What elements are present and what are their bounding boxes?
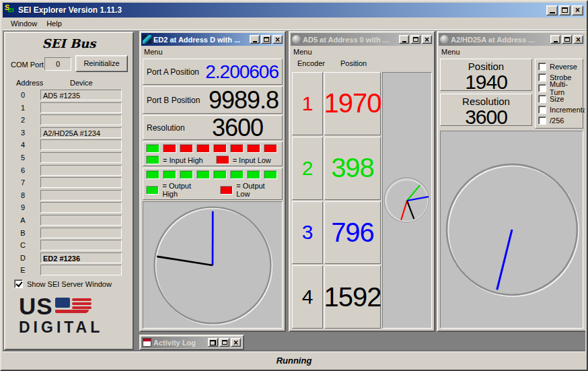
output-low-swatch [220,186,233,195]
activity-log-close-button[interactable]: × [231,338,241,347]
device-field [40,202,122,213]
device-row: 6 [5,165,133,176]
ad5-device-icon [292,35,301,44]
ad5-titlebar[interactable]: AD5 at Address 0 with ... × [291,33,433,46]
device-list: 0AD5 #1235 1 2 3A2/HD25A #1234 4 5 6 7 8… [5,90,133,275]
a2-close-button[interactable]: × [573,35,583,44]
reverse-checkbox[interactable] [538,63,546,71]
size-checkbox[interactable] [538,95,546,103]
maximize-icon [222,340,227,345]
close-icon: × [425,36,429,44]
resolution-value: 3600 [185,116,282,140]
ed2-window: ED2 at Address D with ... × Menu Port A … [139,31,286,332]
size-label: Size [550,95,564,103]
port-a-value: 2.200606 [199,63,282,81]
ed2-menu-item[interactable]: Menu [144,48,163,56]
ed2-titlebar[interactable]: ED2 at Address D with ... × [141,33,284,46]
device-field [40,190,122,201]
encoder-number: 3 [292,201,323,265]
ad5-close-button[interactable]: × [422,35,432,44]
sei-bus-heading: SEI Bus [5,36,133,50]
ed2-maximize-button[interactable] [261,35,271,44]
close-icon: × [576,36,581,44]
ad5-window: AD5 at Address 0 with ... × Menu Encoder… [289,31,435,332]
activity-log-icon [143,338,151,347]
device-row: E [5,265,133,275]
input-led [247,144,260,153]
main-menubar: Window Help [3,18,585,30]
encoder-number: 1 [292,72,323,135]
a2-maximize-button[interactable] [562,35,572,44]
output-led [146,170,159,179]
a2-position-dial [443,161,581,298]
position-header: Position [340,59,367,67]
input-low-swatch [216,156,229,164]
sei-explorer-window: SEI SEI Explorer Version 1.11.3 × Window… [0,0,588,371]
menu-window[interactable]: Window [7,18,41,29]
div256-checkbox[interactable] [538,116,546,125]
show-sei-server-checkbox[interactable] [14,279,23,288]
port-b-position-panel: Port B Position 9989.8 [143,86,283,114]
us-digital-logo: US DIGITAL [19,296,103,337]
a2-minimize-button[interactable] [550,35,560,44]
input-low-label: = Input Low [233,156,271,164]
input-led [163,144,176,153]
encoder-header: Encoder [297,59,325,67]
reinitialize-button[interactable]: Reinitialize [75,55,128,72]
minimize-icon [402,41,406,42]
output-low-label: = Output Low [236,182,279,198]
port-b-value: 9989.8 [200,88,282,112]
close-button[interactable]: × [572,5,583,15]
maximize-button[interactable] [559,5,571,15]
reverse-label: Reverse [550,63,577,71]
strobe-checkbox[interactable] [538,73,546,81]
activity-log-window: Activity Log × [139,335,244,350]
activity-log-maximize-button[interactable] [219,338,229,347]
a2-options-panel: Reverse Strobe Multi-Turn Size Increment… [535,59,583,129]
input-led [264,144,277,153]
a2-menu-item[interactable]: Menu [441,48,460,56]
menu-help[interactable]: Help [42,18,66,29]
activity-log-restore-button[interactable] [208,338,218,347]
device-field [40,177,122,188]
show-sei-server-label: Show SEI Server Window [27,280,112,288]
ed2-close-button[interactable]: × [272,35,283,44]
encoder-position: 398 [324,137,381,200]
minimize-button[interactable] [546,5,558,15]
input-led [196,144,210,153]
mdi-client-area: SEI Bus COM Port 0 Reinitialize Address … [3,30,585,351]
minimize-icon [554,41,558,42]
input-leds [146,144,279,153]
device-field [40,139,122,150]
incremental-checkbox[interactable] [538,106,546,114]
status-bar: Running [3,351,585,368]
device-row: 4 [5,139,133,150]
encoder-number: 4 [292,265,323,329]
ed2-position-dial [151,204,274,327]
a2-position-panel: Position 1940 [440,59,532,91]
activity-log-titlebar[interactable]: Activity Log × [141,337,242,348]
output-led [163,170,176,179]
input-led [213,144,227,153]
a2-titlebar[interactable]: A2/HD25A at Address ... × [439,33,585,46]
dial-needle-position [497,230,511,290]
device-row: 2 [5,114,133,125]
ad5-maximize-button[interactable] [410,35,420,44]
ed2-device-icon [143,35,151,44]
show-server-row: Show SEI Server Window [14,279,112,288]
encoder-column: 1 2 3 4 [292,72,323,329]
ad5-menu-item[interactable]: Menu [293,48,312,56]
device-field: ED2 #1236 [40,252,122,263]
ad5-menubar: Menu [291,46,433,57]
ed2-minimize-button[interactable] [250,35,260,44]
multi-turn-label: Multi-Turn [550,80,583,96]
multi-turn-checkbox[interactable] [538,84,546,92]
device-row: 3A2/HD25A #1234 [5,127,133,138]
ad5-minimize-button[interactable] [399,35,409,44]
window-title: SEI Explorer Version 1.11.3 [18,5,546,15]
com-port-field[interactable]: 0 [44,57,71,71]
device-field [40,265,122,275]
main-titlebar[interactable]: SEI SEI Explorer Version 1.11.3 × [3,3,585,18]
device-field: A2/HD25A #1234 [40,127,122,138]
device-row: A [5,215,133,226]
